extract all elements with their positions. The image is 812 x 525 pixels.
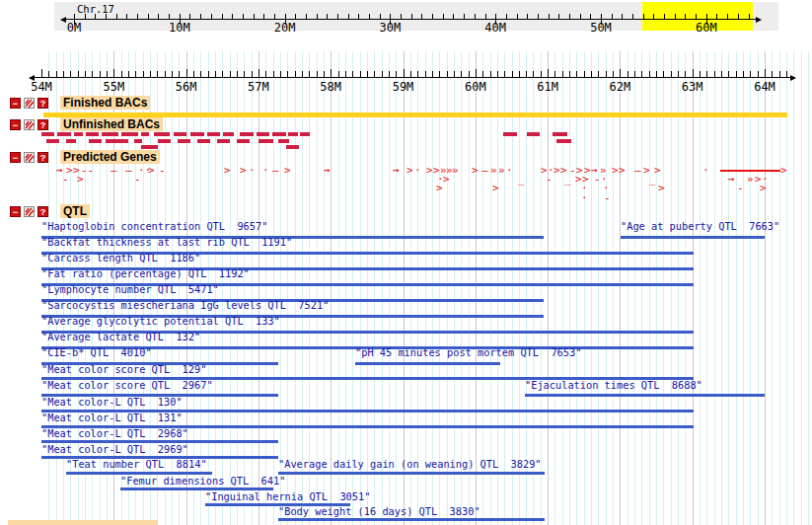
gene-feature[interactable]: » [747,175,754,185]
unfinished-bac-feature[interactable] [89,139,102,143]
gene-feature[interactable]: > [443,175,450,185]
gene-feature[interactable]: > [436,184,443,193]
gene-feature[interactable]: · [702,166,709,176]
unfinished-bac-feature[interactable] [46,139,59,143]
gene-feature[interactable]: _ [649,175,656,185]
unfinished-bac-feature[interactable] [102,132,118,136]
gene-feature[interactable]: » [490,166,497,176]
gene-feature[interactable]: - [604,193,611,203]
gene-feature[interactable]: · [581,193,588,203]
gene-feature[interactable]: > [492,184,499,193]
qtl-feature-line[interactable] [278,518,545,521]
gene-feature[interactable]: → [324,166,331,176]
unfinished-bac-feature[interactable] [503,132,517,136]
qtl-feature-label[interactable]: "Meat color-L QTL 130" [41,397,183,408]
gene-feature[interactable]: > [554,166,560,176]
gene-feature[interactable]: · [414,166,421,176]
unfinished-bac-feature[interactable] [74,132,83,136]
gene-feature[interactable]: · [506,166,513,176]
gene-feature[interactable]: > [472,166,479,176]
gene-feature[interactable]: > [426,166,433,176]
unfinished-bac-feature[interactable] [240,132,254,136]
qtl-feature-label[interactable]: "Meat color score QTL 2967" [41,380,213,391]
gene-feature-line[interactable] [720,170,780,172]
qtl-feature-label[interactable]: "Body weight (16 days) QTL 3830" [278,506,480,517]
gene-feature[interactable]: » [452,166,459,176]
help-icon[interactable]: ? [37,119,48,130]
unfinished-bac-feature[interactable] [257,132,269,136]
qtl-feature-label[interactable]: "Average lactate QTL 132" [41,332,200,342]
qtl-feature-label[interactable]: "Haptoglobin concentration QTL 9657" [41,221,267,232]
qtl-feature-label[interactable]: "Average glycolytic potential QTL 133" [41,316,280,327]
qtl-feature-label[interactable]: "Inguinal hernia QTL 3051" [205,491,370,502]
unfinished-bac-feature[interactable] [527,132,540,136]
gene-feature[interactable]: · [249,166,256,176]
qtl-feature-label[interactable]: "Ejaculation times QTL 8688" [525,380,702,391]
gene-feature[interactable]: - [62,175,69,185]
qtl-feature-line[interactable] [355,362,500,365]
unfinished-bac-feature[interactable] [553,132,567,136]
gene-feature[interactable]: — [272,166,279,176]
unfinished-bac-feature[interactable] [300,132,310,136]
gene-feature[interactable]: > [224,166,231,176]
das-source-icon[interactable] [24,98,35,109]
qtl-feature-label[interactable]: "Average daily gain (on weaning) QTL 382… [278,459,542,470]
unfinished-bac-feature[interactable] [106,139,128,143]
qtl-feature-line[interactable] [525,394,765,397]
gene-feature[interactable]: - [737,184,744,193]
qtl-feature-label[interactable]: "Lymphocyte number QTL 5471" [41,284,219,295]
gene-feature[interactable]: · [262,166,269,176]
collapse-track-icon[interactable]: − [10,152,21,163]
unfinished-bac-feature[interactable] [207,132,220,136]
unfinished-bac-feature[interactable] [286,145,299,149]
unfinished-bac-feature[interactable] [278,139,289,143]
unfinished-bac-feature[interactable] [57,132,71,136]
qtl-feature-label[interactable]: "pH 45 minutes post mortem QTL 7653" [355,347,581,358]
gene-feature[interactable]: > [406,166,413,176]
help-icon[interactable]: ? [37,206,48,217]
unfinished-bac-feature[interactable] [121,132,138,136]
das-source-icon[interactable] [24,119,35,130]
unfinished-bac-feature[interactable] [556,139,571,143]
help-icon[interactable]: ? [37,152,48,163]
gene-feature[interactable]: > [77,175,84,185]
gene-feature[interactable]: > [780,166,787,176]
collapse-track-icon[interactable]: − [10,98,21,109]
gene-feature[interactable]: — [111,166,117,176]
unfinished-bac-feature[interactable] [258,139,273,143]
unfinished-bac-feature[interactable] [190,132,204,136]
unfinished-bac-feature[interactable] [154,132,170,136]
gene-feature[interactable]: — [125,166,132,176]
qtl-feature-line[interactable] [278,472,545,475]
unfinished-bac-feature[interactable] [141,132,149,136]
unfinished-bac-feature[interactable] [178,139,190,143]
gene-feature[interactable]: _ [518,175,525,185]
qtl-feature-label[interactable]: "Femur dimensions QTL 641" [120,476,285,487]
qtl-feature-label[interactable]: "Meat color-L QTL 131" [41,412,183,423]
qtl-feature-label[interactable]: "Teat number QTL 8814" [66,459,207,470]
qtl-feature-line[interactable] [621,236,765,239]
gene-feature[interactable]: > [148,166,155,176]
qtl-feature-label[interactable]: "CIE-b* QTL 4010" [41,347,152,358]
gene-feature[interactable]: — [481,166,488,176]
unfinished-bac-feature[interactable] [86,132,99,136]
qtl-feature-label[interactable]: "Fat ratio (percentage) QTL 1192" [41,268,250,279]
qtl-feature-label[interactable]: "Carcass length QTL 1186" [41,253,200,263]
qtl-feature-label[interactable]: "Age at puberty QTL 7663" [621,221,779,232]
unfinished-bac-feature[interactable] [223,132,234,136]
gene-feature[interactable]: → [393,166,400,176]
unfinished-bac-feature[interactable] [66,139,76,143]
gene-feature[interactable]: > [658,184,665,193]
gene-feature[interactable]: - [546,175,553,185]
qtl-feature-label[interactable]: "Meat color-L QTL 2968" [41,428,188,439]
unfinished-bac-feature[interactable] [41,132,54,136]
unfinished-bac-feature[interactable] [288,132,298,136]
unfinished-bac-feature[interactable] [197,139,210,143]
gene-feature[interactable]: » [498,166,505,176]
gene-feature[interactable]: > [240,166,247,176]
qtl-feature-label[interactable]: "Sarcocystis miescheriana IgG levels QTL… [41,300,329,311]
unfinished-bac-feature[interactable] [141,145,158,149]
gene-feature[interactable]: > [612,166,619,176]
gene-feature[interactable]: > [619,166,626,176]
collapse-track-icon[interactable]: − [10,119,21,130]
